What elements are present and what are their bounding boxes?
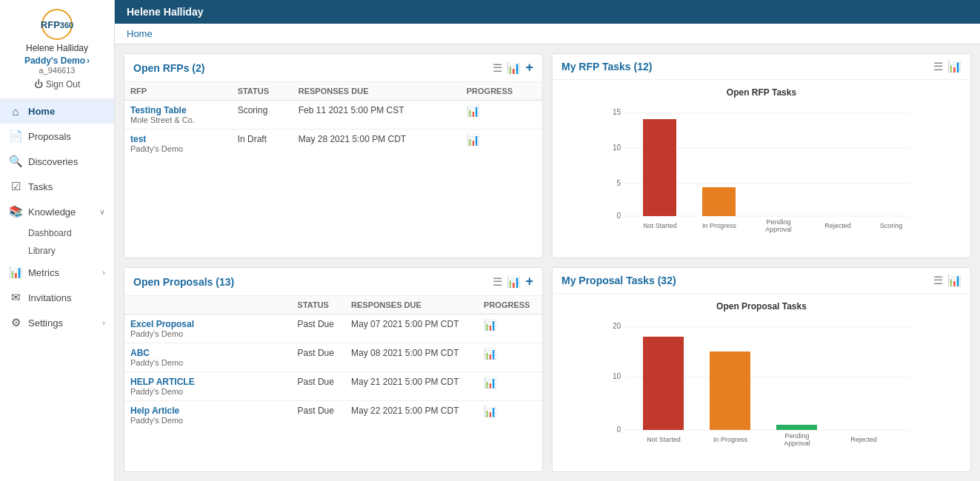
progress-chart-icon[interactable]: 📊 <box>467 134 479 146</box>
proposal-due-date: May 07 2021 5:00 PM CDT <box>345 314 478 343</box>
rfp-link[interactable]: test <box>130 134 226 144</box>
col-due: RESPONSES DUE <box>293 82 461 101</box>
proposal-status: Past Due <box>292 401 345 430</box>
proposals-icon: 📄 <box>9 130 22 143</box>
sidebar-username: Helene Halliday <box>26 43 88 53</box>
proposal-due-date: May 22 2021 5:00 PM CDT <box>345 401 478 430</box>
rfp-due-date: May 28 2021 5:00 PM CDT <box>293 130 461 158</box>
progress-chart-icon[interactable]: 📊 <box>484 319 496 331</box>
rfp-chart-title: Open RFP Tasks <box>564 87 959 98</box>
sidebar-item-library[interactable]: Library <box>0 242 114 260</box>
col-status: STATUS <box>232 82 293 101</box>
bar-not-started <box>643 119 676 216</box>
svg-text:20: 20 <box>613 322 621 330</box>
list-view-icon[interactable]: ☰ <box>493 275 502 289</box>
sidebar-org[interactable]: Paddy's Demo › <box>24 56 90 66</box>
open-proposals-body: STATUS RESPONSES DUE PROGRESS Excel Prop… <box>124 296 542 429</box>
sidebar-item-discoveries[interactable]: 🔍 Discoveries <box>0 149 114 174</box>
sidebar-item-label: Settings <box>28 317 63 329</box>
main-content: Helene Halliday Home Open RFPs (2) ☰ 📊 +… <box>115 0 980 481</box>
sidebar-account: a_946613 <box>39 66 76 75</box>
svg-text:10: 10 <box>613 372 621 380</box>
chart-view-icon[interactable]: 📊 <box>947 274 961 287</box>
list-view-icon[interactable]: ☰ <box>493 61 502 75</box>
logo-360: 360 <box>60 21 73 30</box>
my-proposal-tasks-body: Open Proposal Tasks 20 10 0 <box>553 294 970 459</box>
chart-view-icon[interactable]: 📊 <box>947 60 961 73</box>
proposal-link[interactable]: Excel Proposal <box>130 319 286 329</box>
col-status: STATUS <box>292 296 345 314</box>
open-proposals-table: STATUS RESPONSES DUE PROGRESS Excel Prop… <box>124 296 542 429</box>
logo-icon: RFP360 <box>41 9 73 40</box>
sidebar-item-metrics[interactable]: 📊 Metrics › <box>0 260 114 285</box>
svg-text:0: 0 <box>616 426 621 434</box>
col-progress: PROGRESS <box>461 82 542 101</box>
rfp-link[interactable]: Testing Table <box>130 105 226 115</box>
sidebar-nav: ⌂ Home 📄 Proposals 🔍 Discoveries ☑ Tasks… <box>0 99 114 481</box>
discoveries-icon: 🔍 <box>9 155 22 168</box>
svg-text:Rejected: Rejected <box>824 222 851 229</box>
sidebar-item-label: Tasks <box>28 181 53 192</box>
rfp-tasks-chart: 15 10 5 0 Not Sta <box>564 104 959 237</box>
add-rfp-icon[interactable]: + <box>525 60 533 75</box>
bar-in-progress <box>710 352 750 430</box>
sidebar-item-invitations[interactable]: ✉ Invitations <box>0 285 114 310</box>
progress-chart-icon[interactable]: 📊 <box>467 105 479 117</box>
progress-chart-icon[interactable]: 📊 <box>484 406 496 417</box>
sidebar-item-dashboard[interactable]: Dashboard <box>0 224 114 242</box>
home-icon: ⌂ <box>9 105 22 118</box>
topbar-title: Helene Halliday <box>127 6 204 18</box>
proposal-org: Paddy's Demo <box>130 329 286 338</box>
proposal-status: Past Due <box>292 314 345 343</box>
table-row: Testing Table Mole Street & Co. Scoring … <box>124 101 542 130</box>
rfp-due-date: Feb 11 2021 5:00 PM CST <box>293 101 461 130</box>
signout-button[interactable]: ⏻ Sign Out <box>28 75 87 94</box>
bar-pending <box>776 425 817 430</box>
proposal-org: Paddy's Demo <box>130 416 286 425</box>
proposal-link[interactable]: HELP ARTICLE <box>130 377 286 387</box>
progress-chart-icon[interactable]: 📊 <box>484 348 496 360</box>
sidebar-item-tasks[interactable]: ☑ Tasks <box>0 174 114 199</box>
col-proposal <box>124 296 292 314</box>
my-rfp-tasks-card: My RFP Tasks (12) ☰ 📊 Open RFP Tasks 15 … <box>552 53 971 258</box>
settings-icon: ⚙ <box>9 316 22 329</box>
add-proposal-icon[interactable]: + <box>525 274 533 289</box>
svg-text:In Progress: In Progress <box>702 222 737 229</box>
table-row: Help Article Paddy's Demo Past Due May 2… <box>124 401 542 430</box>
svg-text:10: 10 <box>613 144 621 152</box>
my-proposal-tasks-actions: ☰ 📊 <box>933 274 961 287</box>
proposal-link[interactable]: Help Article <box>130 406 286 416</box>
breadcrumb-home[interactable]: Home <box>127 28 153 39</box>
sidebar-item-home[interactable]: ⌂ Home <box>0 99 114 124</box>
content-area: Open RFPs (2) ☰ 📊 + RFP STATUS RESPONSES… <box>115 44 980 481</box>
col-progress: PROGRESS <box>478 296 542 314</box>
sidebar-item-label: Proposals <box>28 131 71 142</box>
chevron-down-icon: ∨ <box>99 207 105 217</box>
my-rfp-tasks-header: My RFP Tasks (12) ☰ 📊 <box>553 54 970 80</box>
svg-text:0: 0 <box>616 212 621 220</box>
open-rfps-header: Open RFPs (2) ☰ 📊 + <box>124 54 542 82</box>
table-row: Excel Proposal Paddy's Demo Past Due May… <box>124 314 542 343</box>
rfp-status: In Draft <box>232 130 293 158</box>
list-view-icon[interactable]: ☰ <box>933 274 943 287</box>
sidebar-item-label: Metrics <box>28 267 59 278</box>
chart-view-icon[interactable]: 📊 <box>507 61 521 75</box>
proposal-link[interactable]: ABC <box>130 348 286 358</box>
open-proposals-card: Open Proposals (13) ☰ 📊 + STATUS RESPONS <box>124 267 543 472</box>
my-proposal-tasks-card: My Proposal Tasks (32) ☰ 📊 Open Proposal… <box>552 267 971 472</box>
open-rfps-actions: ☰ 📊 + <box>493 60 533 75</box>
progress-chart-icon[interactable]: 📊 <box>484 377 496 388</box>
sidebar-item-settings[interactable]: ⚙ Settings › <box>0 310 114 335</box>
bar-in-progress <box>702 187 736 216</box>
tasks-icon: ☑ <box>9 180 22 193</box>
svg-text:Scoring: Scoring <box>880 222 903 229</box>
sidebar-item-proposals[interactable]: 📄 Proposals <box>0 124 114 149</box>
my-proposal-tasks-header: My Proposal Tasks (32) ☰ 📊 <box>553 268 970 294</box>
list-view-icon[interactable]: ☰ <box>933 60 943 73</box>
sidebar-logo: RFP360 Helene Halliday Paddy's Demo › a_… <box>0 0 114 99</box>
chart-view-icon[interactable]: 📊 <box>507 275 521 289</box>
signout-icon: ⏻ <box>34 79 43 90</box>
sidebar-item-knowledge[interactable]: 📚 Knowledge ∨ <box>0 199 114 224</box>
sidebar-item-label: Knowledge <box>28 206 76 218</box>
proposal-status: Past Due <box>292 343 345 372</box>
